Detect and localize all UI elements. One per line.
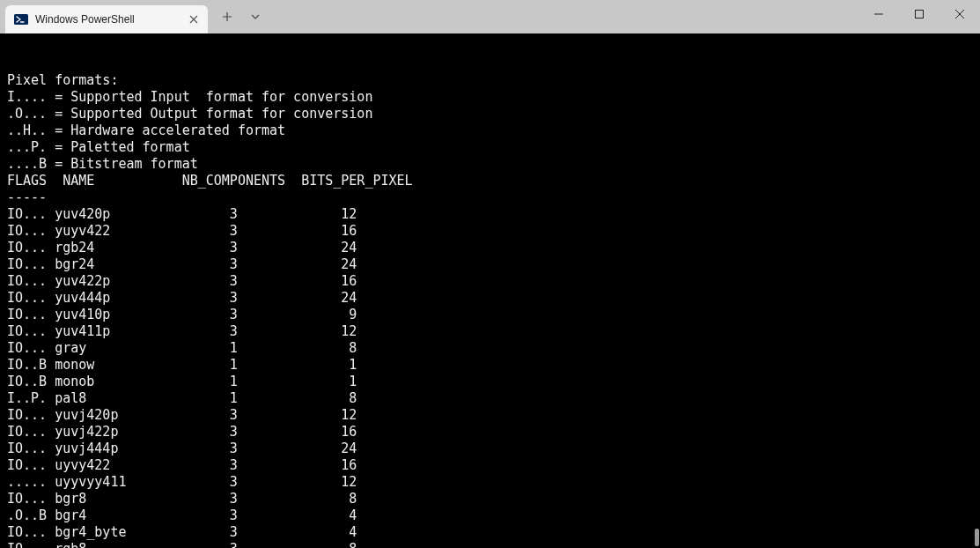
new-tab-button[interactable] xyxy=(215,4,239,29)
window-controls xyxy=(858,0,980,28)
terminal-line: .O... = Supported Output format for conv… xyxy=(7,106,973,122)
terminal-line: IO... yuv422p 3 16 xyxy=(7,273,973,290)
svg-rect-0 xyxy=(14,14,28,25)
terminal-line: ....B = Bitstream format xyxy=(7,156,973,173)
tab-title: Windows PowerShell xyxy=(35,13,135,26)
terminal-line: IO... rgb24 3 24 xyxy=(7,240,973,256)
tab-close-button[interactable] xyxy=(187,12,201,26)
terminal-line: IO... uyvy422 3 16 xyxy=(7,457,973,474)
terminal-line: ..... uyyvyy411 3 12 xyxy=(7,474,973,491)
terminal-line: IO... bgr4_byte 3 4 xyxy=(7,524,973,541)
terminal-line: IO... bgr8 3 8 xyxy=(7,491,973,507)
terminal-line: IO... bgr24 3 24 xyxy=(7,256,973,273)
tabs-strip: Windows PowerShell xyxy=(0,0,208,33)
maximize-button[interactable] xyxy=(899,0,939,28)
terminal-line: ..H.. = Hardware accelerated format xyxy=(7,122,973,139)
terminal-line: IO... yuv420p 3 12 xyxy=(7,206,973,223)
close-button[interactable] xyxy=(939,0,980,28)
terminal-line: IO... yuvj444p 3 24 xyxy=(7,441,973,457)
terminal-line: IO..B monob 1 1 xyxy=(7,374,973,390)
tabbar-actions xyxy=(215,0,268,33)
terminal-line: IO... yuyv422 3 16 xyxy=(7,223,973,240)
terminal-line: .O..B bgr4 3 4 xyxy=(7,507,973,524)
terminal-line: ----- xyxy=(7,189,973,206)
powershell-icon xyxy=(14,12,28,26)
terminal-output[interactable]: Pixel formats:I.... = Supported Input fo… xyxy=(0,33,980,548)
terminal-line: IO..B monow 1 1 xyxy=(7,357,973,374)
terminal-line: Pixel formats: xyxy=(7,72,973,89)
terminal-line: I..P. pal8 1 8 xyxy=(7,390,973,407)
terminal-line: IO... gray 1 8 xyxy=(7,340,973,357)
minimize-button[interactable] xyxy=(858,0,899,28)
terminal-line: IO... yuvj420p 3 12 xyxy=(7,407,973,424)
titlebar: Windows PowerShell xyxy=(0,0,980,33)
svg-rect-3 xyxy=(916,11,924,19)
terminal-line: IO... yuvj422p 3 16 xyxy=(7,424,973,441)
scrollbar-thumb[interactable] xyxy=(975,529,979,546)
terminal-line: IO... yuv444p 3 24 xyxy=(7,290,973,307)
tab-dropdown-button[interactable] xyxy=(243,4,268,29)
tab-active[interactable]: Windows PowerShell xyxy=(5,5,208,33)
terminal-line: ...P. = Paletted format xyxy=(7,139,973,156)
terminal-line: I.... = Supported Input format for conve… xyxy=(7,89,973,106)
terminal-line: IO... yuv411p 3 12 xyxy=(7,323,973,340)
terminal-line: FLAGS NAME NB_COMPONENTS BITS_PER_PIXEL xyxy=(7,173,973,189)
terminal-line: IO... rgb8 3 8 xyxy=(7,541,973,548)
terminal-line: IO... yuv410p 3 9 xyxy=(7,307,973,323)
